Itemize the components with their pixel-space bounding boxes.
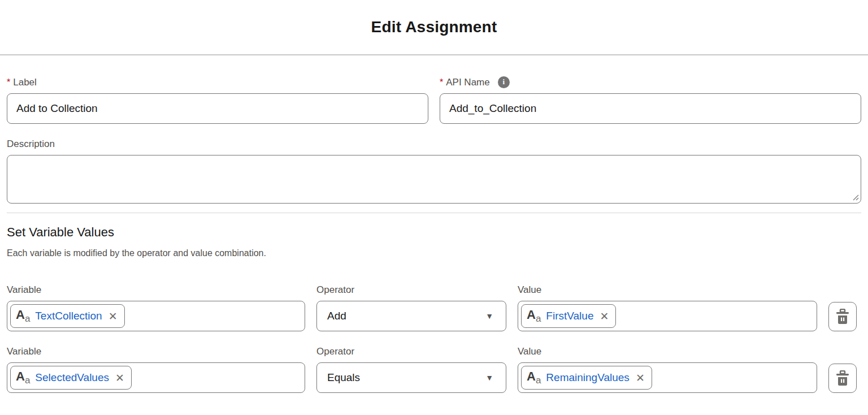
- description-field-label: Description: [7, 139, 861, 150]
- variable-field-group: Variable Aa TextCollection ✕: [7, 284, 305, 331]
- textarea-resize-handle[interactable]: [850, 192, 859, 201]
- api-name-field-label: *API Namei: [440, 77, 861, 88]
- label-field-label: *Label: [7, 77, 428, 88]
- info-icon[interactable]: i: [498, 76, 510, 88]
- text-type-icon: Aa: [527, 370, 541, 385]
- operator-selected-value: Equals: [327, 371, 360, 384]
- resource-pill[interactable]: Aa SelectedValues ✕: [10, 366, 132, 390]
- section-divider: [7, 213, 861, 213]
- label-input[interactable]: [7, 93, 428, 124]
- operator-field-group: Operator Equals ▼: [316, 346, 506, 393]
- section-heading: Set Variable Values: [7, 225, 861, 240]
- operator-selected-value: Add: [327, 310, 346, 322]
- value-field-group: Value Aa RemainingValues ✕: [518, 346, 817, 393]
- row-actions: [828, 284, 857, 331]
- operator-field-group: Operator Add ▼: [316, 284, 506, 331]
- variable-combobox[interactable]: Aa TextCollection ✕: [7, 301, 305, 331]
- section-description: Each variable is modified by the operato…: [7, 248, 861, 258]
- delete-row-button[interactable]: [828, 302, 857, 331]
- value-combobox[interactable]: Aa RemainingValues ✕: [518, 362, 817, 393]
- page-title: Edit Assignment: [371, 18, 497, 36]
- resource-pill[interactable]: Aa TextCollection ✕: [10, 304, 125, 328]
- remove-pill-icon[interactable]: ✕: [600, 311, 609, 322]
- pill-label: TextCollection: [35, 310, 102, 322]
- text-type-icon: Aa: [16, 309, 30, 323]
- value-column-label: Value: [518, 346, 817, 357]
- pill-label: FirstValue: [546, 310, 593, 322]
- pill-label: RemainingValues: [546, 371, 630, 384]
- operator-column-label: Operator: [316, 284, 506, 296]
- pill-label: SelectedValues: [35, 371, 109, 384]
- delete-row-button[interactable]: [828, 364, 857, 393]
- chevron-down-icon: ▼: [485, 312, 493, 321]
- modal-header: Edit Assignment: [0, 0, 868, 55]
- assignment-row: Variable Aa SelectedValues ✕ Operator Eq…: [7, 346, 861, 393]
- variable-combobox[interactable]: Aa SelectedValues ✕: [7, 362, 305, 393]
- name-fields-row: *Label *API Namei: [7, 77, 861, 124]
- label-field-group: *Label: [7, 77, 428, 124]
- operator-select[interactable]: Equals ▼: [316, 362, 506, 393]
- operator-column-label: Operator: [316, 346, 506, 357]
- text-type-icon: Aa: [16, 370, 30, 385]
- assignment-row: Variable Aa TextCollection ✕ Operator Ad…: [7, 284, 861, 331]
- variable-column-label: Variable: [7, 346, 305, 357]
- description-textarea[interactable]: [7, 155, 861, 204]
- value-column-label: Value: [518, 284, 817, 296]
- remove-pill-icon[interactable]: ✕: [636, 373, 645, 383]
- operator-select[interactable]: Add ▼: [316, 301, 506, 331]
- row-actions: [828, 346, 857, 393]
- text-type-icon: Aa: [527, 309, 541, 323]
- value-field-group: Value Aa FirstValue ✕: [518, 284, 817, 331]
- chevron-down-icon: ▼: [485, 373, 493, 382]
- required-asterisk: *: [440, 77, 443, 88]
- resource-pill[interactable]: Aa FirstValue ✕: [521, 304, 616, 328]
- trash-icon: [835, 370, 850, 386]
- trash-icon: [835, 309, 850, 325]
- description-field-group: Description: [7, 139, 861, 204]
- api-name-input[interactable]: [440, 93, 861, 124]
- variable-field-group: Variable Aa SelectedValues ✕: [7, 346, 305, 393]
- value-combobox[interactable]: Aa FirstValue ✕: [518, 301, 817, 331]
- required-asterisk: *: [7, 77, 10, 87]
- remove-pill-icon[interactable]: ✕: [108, 311, 118, 322]
- resource-pill[interactable]: Aa RemainingValues ✕: [521, 366, 652, 390]
- variable-column-label: Variable: [7, 284, 305, 296]
- remove-pill-icon[interactable]: ✕: [115, 373, 124, 383]
- api-name-field-group: *API Namei: [440, 77, 861, 124]
- edit-assignment-form: *Label *API Namei Description Set Variab…: [0, 77, 868, 393]
